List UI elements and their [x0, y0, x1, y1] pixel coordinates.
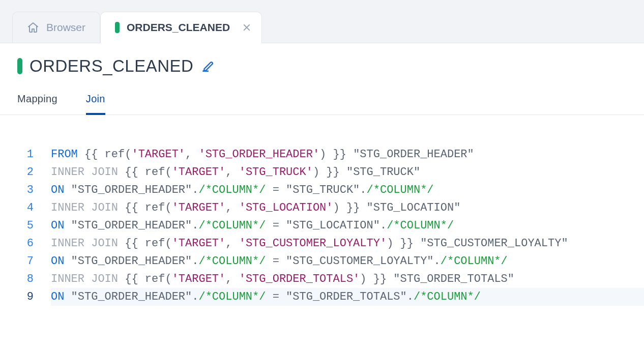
page-title: ORDERS_CLEANED	[30, 56, 193, 76]
code-content[interactable]: ON "STG_ORDER_HEADER"./*COLUMN*/ = "STG_…	[51, 181, 434, 199]
line-number: 1	[0, 146, 51, 163]
subtabs: Mapping Join	[0, 76, 644, 115]
entity-marker-icon	[17, 58, 22, 74]
code-line[interactable]: 3ON "STG_ORDER_HEADER"./*COLUMN*/ = "STG…	[0, 181, 644, 199]
entity-marker-icon	[115, 22, 120, 33]
line-number: 3	[0, 181, 51, 199]
tab-bar: Browser ORDERS_CLEANED	[0, 0, 644, 43]
edit-icon[interactable]	[201, 60, 215, 73]
home-icon	[27, 21, 39, 34]
line-number: 6	[0, 235, 51, 252]
code-line[interactable]: 6INNER JOIN {{ ref('TARGET', 'STG_CUSTOM…	[0, 235, 644, 252]
line-number: 9	[0, 288, 51, 306]
line-number: 5	[0, 217, 51, 235]
code-content[interactable]: ON "STG_ORDER_HEADER"./*COLUMN*/ = "STG_…	[51, 288, 481, 306]
code-line[interactable]: 4INNER JOIN {{ ref('TARGET', 'STG_LOCATI…	[0, 199, 644, 217]
tab-browser-label: Browser	[46, 21, 85, 34]
line-number: 7	[0, 252, 51, 270]
code-line[interactable]: 1FROM {{ ref('TARGET', 'STG_ORDER_HEADER…	[0, 146, 644, 163]
code-content[interactable]: INNER JOIN {{ ref('TARGET', 'STG_LOCATIO…	[51, 199, 460, 217]
code-content[interactable]: ON "STG_ORDER_HEADER"./*COLUMN*/ = "STG_…	[51, 252, 508, 270]
code-line[interactable]: 9ON "STG_ORDER_HEADER"./*COLUMN*/ = "STG…	[0, 288, 644, 306]
line-number: 8	[0, 270, 51, 288]
tab-orders-cleaned[interactable]: ORDERS_CLEANED	[100, 12, 262, 43]
page-header: ORDERS_CLEANED	[0, 43, 644, 76]
code-line[interactable]: 2INNER JOIN {{ ref('TARGET', 'STG_TRUCK'…	[0, 163, 644, 181]
close-icon[interactable]	[242, 23, 251, 32]
line-number: 2	[0, 163, 51, 181]
code-content[interactable]: INNER JOIN {{ ref('TARGET', 'STG_CUSTOME…	[51, 235, 568, 252]
code-line[interactable]: 5ON "STG_ORDER_HEADER"./*COLUMN*/ = "STG…	[0, 217, 644, 235]
code-content[interactable]: FROM {{ ref('TARGET', 'STG_ORDER_HEADER'…	[51, 146, 474, 163]
subtab-join[interactable]: Join	[86, 93, 105, 115]
code-editor[interactable]: 1FROM {{ ref('TARGET', 'STG_ORDER_HEADER…	[0, 115, 644, 306]
code-line[interactable]: 8INNER JOIN {{ ref('TARGET', 'STG_ORDER_…	[0, 270, 644, 288]
tab-active-label: ORDERS_CLEANED	[127, 21, 230, 34]
tab-browser[interactable]: Browser	[12, 12, 100, 43]
code-content[interactable]: ON "STG_ORDER_HEADER"./*COLUMN*/ = "STG_…	[51, 217, 454, 235]
subtab-mapping[interactable]: Mapping	[17, 93, 57, 115]
code-line[interactable]: 7ON "STG_ORDER_HEADER"./*COLUMN*/ = "STG…	[0, 252, 644, 270]
line-number: 4	[0, 199, 51, 217]
code-content[interactable]: INNER JOIN {{ ref('TARGET', 'STG_ORDER_T…	[51, 270, 514, 288]
code-content[interactable]: INNER JOIN {{ ref('TARGET', 'STG_TRUCK')…	[51, 163, 420, 181]
